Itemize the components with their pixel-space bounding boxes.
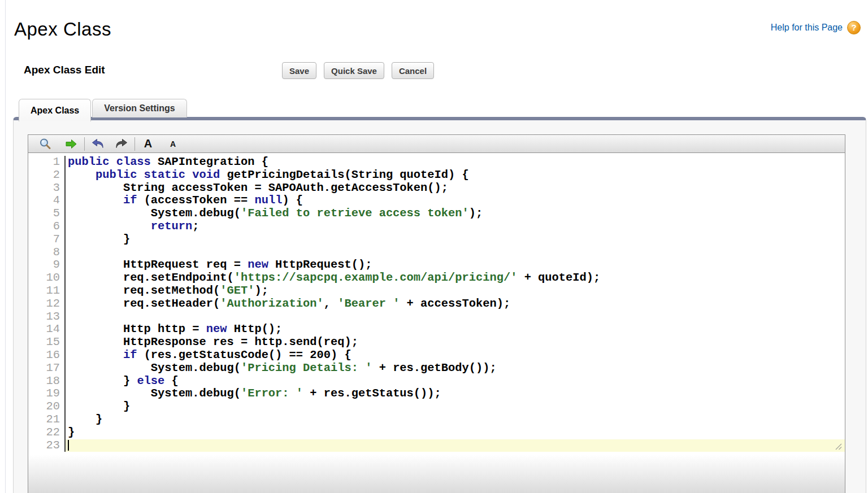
code-plain: (res.getStatusCode() == 200) { — [137, 348, 351, 361]
code-string: 'Error: ' — [241, 387, 303, 400]
code-line[interactable]: 1public class SAPIntegration { — [28, 156, 845, 169]
code-plain: } — [68, 426, 75, 439]
code-line[interactable]: 18 } else { — [28, 375, 845, 388]
code-plain: } — [68, 413, 102, 426]
code-text: if (res.getStatusCode() == 200) { — [66, 349, 845, 362]
search-icon — [38, 137, 52, 151]
code-text: req.setHeader('Authorization', 'Bearer '… — [66, 298, 845, 311]
code-plain: + accessToken); — [400, 297, 510, 310]
code-line[interactable]: 14 Http http = new Http(); — [28, 323, 845, 336]
code-text: return; — [66, 220, 845, 233]
code-line[interactable]: 20 } — [28, 400, 845, 413]
code-line[interactable]: 12 req.setHeader('Authorization', 'Beare… — [28, 298, 845, 311]
code-text: } — [66, 233, 845, 246]
line-number: 20 — [28, 400, 66, 413]
code-text: String accessToken = SAPOAuth.getAccessT… — [66, 182, 845, 195]
code-text: } — [66, 400, 845, 413]
code-editor[interactable]: 1public class SAPIntegration {2 public s… — [28, 153, 845, 493]
line-number: 13 — [28, 311, 66, 324]
code-plain: Http http = — [68, 322, 206, 335]
go-to-line-arrow-icon — [64, 137, 78, 151]
code-text: System.debug('Error: ' + res.getStatus()… — [66, 387, 845, 400]
code-line[interactable]: 11 req.setMethod('GET'); — [28, 285, 845, 298]
code-plain: ); — [469, 207, 483, 220]
code-line[interactable]: 9 HttpRequest req = new HttpRequest(); — [28, 259, 845, 272]
code-line[interactable]: 19 System.debug('Error: ' + res.getStatu… — [28, 387, 845, 400]
code-text — [66, 311, 845, 324]
code-string: 'Failed to retrieve access token' — [241, 207, 469, 220]
code-line[interactable]: 3 String accessToken = SAPOAuth.getAcces… — [28, 182, 845, 195]
search-button[interactable] — [37, 136, 53, 152]
code-line[interactable]: 10 req.setEndpoint('https://sapcpq.examp… — [28, 272, 845, 285]
code-keyword: if — [123, 194, 137, 207]
code-plain: } — [68, 374, 137, 387]
page-title: Apex Class — [14, 19, 111, 40]
code-string: 'Pricing Details: ' — [241, 361, 372, 374]
resize-grip-icon[interactable] — [834, 442, 843, 450]
code-keyword: null — [254, 194, 282, 207]
redo-icon — [114, 137, 129, 151]
code-text: public static void getPricingDetails(Str… — [66, 169, 845, 182]
code-plain: HttpRequest(); — [268, 258, 372, 271]
quick-save-button[interactable]: Quick Save — [324, 62, 384, 79]
editor-toolbar: A A — [28, 134, 845, 153]
tab-bar: Apex Class Version Settings — [19, 99, 187, 121]
code-keyword: if — [123, 348, 137, 361]
code-plain: getPricingDetails(String quoteId) { — [220, 168, 469, 181]
cancel-button[interactable]: Cancel — [392, 62, 434, 79]
section-title: Apex Class Edit — [24, 64, 105, 76]
go-to-line-button[interactable] — [63, 136, 79, 152]
code-plain: , — [324, 297, 337, 310]
code-string: 'Authorization' — [220, 297, 324, 310]
line-number: 7 — [28, 233, 66, 246]
help-question-icon[interactable]: ? — [847, 21, 861, 34]
code-line[interactable]: 5 System.debug('Failed to retrieve acces… — [28, 207, 845, 220]
code-line[interactable]: 6 return; — [28, 220, 845, 233]
code-line[interactable]: 23 — [28, 439, 845, 452]
toolbar-separator — [134, 137, 135, 151]
code-plain: + quoteId); — [517, 271, 600, 284]
code-string: 'Bearer ' — [337, 297, 400, 310]
code-text: System.debug('Pricing Details: ' + res.g… — [66, 362, 845, 375]
font-size-decrease-icon: A — [170, 139, 176, 149]
undo-button[interactable] — [90, 136, 106, 152]
code-plain: ); — [254, 284, 268, 297]
code-line[interactable]: 4 if (accessToken == null) { — [28, 194, 845, 207]
code-text: req.setEndpoint('https://sapcpq.example.… — [66, 272, 845, 285]
code-line[interactable]: 15 HttpResponse res = http.send(req); — [28, 336, 845, 349]
code-keyword: public static void — [96, 168, 220, 181]
save-button[interactable]: Save — [282, 62, 316, 79]
code-keyword: else — [137, 374, 164, 387]
redo-button[interactable] — [114, 136, 129, 152]
line-number: 9 — [28, 259, 66, 272]
code-line[interactable]: 8 — [28, 246, 845, 259]
code-plain: req.setMethod( — [68, 284, 220, 297]
tab-version-settings[interactable]: Version Settings — [92, 99, 186, 117]
font-size-increase-button[interactable]: A — [140, 136, 156, 152]
font-size-increase-icon: A — [144, 137, 152, 150]
code-line[interactable]: 16 if (res.getStatusCode() == 200) { — [28, 349, 845, 362]
code-line[interactable]: 17 System.debug('Pricing Details: ' + re… — [28, 362, 845, 375]
code-line[interactable]: 13 — [28, 311, 845, 324]
code-plain: System.debug( — [68, 361, 241, 374]
code-text: } else { — [66, 375, 845, 388]
tab-apex-class[interactable]: Apex Class — [19, 99, 91, 121]
code-line[interactable]: 21 } — [28, 413, 845, 426]
code-plain: HttpRequest req = — [68, 258, 248, 271]
code-line[interactable]: 2 public static void getPricingDetails(S… — [28, 169, 845, 182]
help-link[interactable]: Help for this Page — [771, 23, 843, 33]
code-plain: + res.getBody()); — [372, 361, 496, 374]
code-plain — [68, 168, 96, 181]
code-string: 'https://sapcpq.example.com/api/pricing/… — [234, 271, 518, 284]
code-text — [66, 246, 845, 259]
code-keyword: new — [248, 258, 268, 271]
code-line[interactable]: 22} — [28, 426, 845, 439]
font-size-decrease-button[interactable]: A — [165, 136, 181, 152]
line-number: 16 — [28, 349, 66, 362]
line-number: 10 — [28, 272, 66, 285]
line-number: 4 — [28, 194, 66, 207]
code-text: Http http = new Http(); — [66, 323, 845, 336]
code-text: } — [66, 426, 845, 439]
code-line[interactable]: 7 } — [28, 233, 845, 246]
page: Apex Class Help for this Page ? Apex Cla… — [0, 0, 868, 493]
